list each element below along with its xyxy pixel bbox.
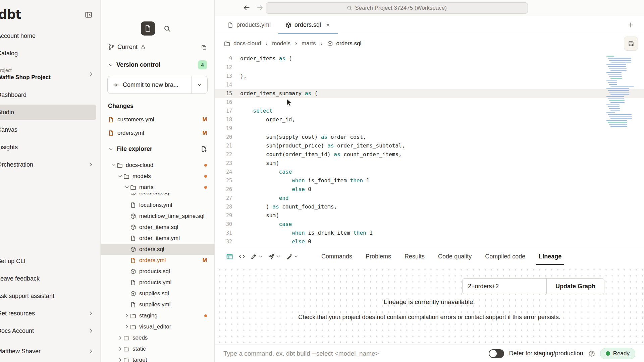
sidebar-item-get-resources[interactable]: Get resources xyxy=(0,306,96,321)
breadcrumb-segment-orders-sql[interactable]: orders.sql xyxy=(336,40,362,47)
tree-item-metricflow-time-spine-sql[interactable]: metricflow_time_spine.sql xyxy=(101,210,214,222)
bottom-tab-results[interactable]: Results xyxy=(398,248,431,265)
code-line-15[interactable]: 15order_items_summary as ( xyxy=(215,89,644,98)
tree-item-orders-yml[interactable]: orders.ymlM xyxy=(101,255,214,266)
command-input[interactable]: Type a command, ex. dbt build --select <… xyxy=(223,350,484,357)
code-line-19[interactable]: 19 xyxy=(215,124,644,133)
tree-item-supplies-yml[interactable]: supplies.yml xyxy=(101,299,214,310)
sidebar-item-insights[interactable]: Insights xyxy=(0,139,96,155)
chevron-down-icon[interactable] xyxy=(117,174,123,179)
tree-item-static[interactable]: static xyxy=(101,343,214,354)
changed-file-customers-yml[interactable]: customers.ymlM xyxy=(101,113,214,126)
sidebar-item-leave-feedback[interactable]: Leave feedback xyxy=(0,271,96,286)
tree-item-locations-sql[interactable]: locations.sql xyxy=(101,193,214,199)
project-search-input[interactable]: Search Project 372475 (Workspace) xyxy=(266,2,528,14)
copy-branch-icon[interactable] xyxy=(201,44,207,50)
results-table-button[interactable] xyxy=(223,251,236,262)
sidebar-item-canvas[interactable]: Canvas xyxy=(0,122,96,137)
chevron-right-icon[interactable] xyxy=(117,357,123,362)
tree-item-order-items-yml[interactable]: order_items.yml xyxy=(101,233,214,244)
bottom-tab-compiled-code[interactable]: Compiled code xyxy=(478,248,532,265)
chevron-down-icon[interactable] xyxy=(123,185,130,190)
commit-button[interactable]: Commit to new bra... xyxy=(107,76,192,94)
help-question-icon[interactable] xyxy=(588,350,595,357)
wand-tool-dropdown[interactable] xyxy=(283,251,301,262)
collapse-sidebar-icon[interactable] xyxy=(85,11,92,18)
sidebar-item-studio[interactable]: Studio xyxy=(0,105,96,120)
search-files-button[interactable] xyxy=(160,21,174,36)
tree-item-marts[interactable]: marts xyxy=(101,182,214,193)
bottom-tab-problems[interactable]: Problems xyxy=(359,248,398,265)
tree-item-target[interactable]: target xyxy=(101,354,214,362)
lineage-selector-input[interactable]: 2+orders+2 xyxy=(462,278,547,294)
sidebar-item-dashboard[interactable]: Dashboard xyxy=(0,87,96,103)
sidebar-item-set-up-cli[interactable]: Set up CLI xyxy=(0,253,96,269)
breadcrumb-segment-marts[interactable]: marts xyxy=(302,40,316,47)
code-line-30[interactable]: 30 case xyxy=(215,220,644,229)
sidebar-item-account-home[interactable]: Account home xyxy=(0,28,96,44)
code-line-9[interactable]: 9order_items as ( xyxy=(215,54,644,63)
code-line-32[interactable]: 32 else 0 xyxy=(215,237,644,246)
code-line-13[interactable]: 13), xyxy=(215,72,644,80)
new-tab-button[interactable] xyxy=(628,22,634,28)
bottom-tab-commands[interactable]: Commands xyxy=(315,248,359,265)
sidebar-item-catalog[interactable]: Catalog xyxy=(0,46,96,61)
code-line-14[interactable]: 14 xyxy=(215,80,644,89)
chevron-right-icon[interactable] xyxy=(123,313,130,318)
code-line-16[interactable]: 16 xyxy=(215,98,644,107)
tree-item-products-yml[interactable]: products.yml xyxy=(101,277,214,288)
code-line-12[interactable]: 12 xyxy=(215,63,644,72)
editor-minimap[interactable] xyxy=(606,56,636,133)
code-line-23[interactable]: 23 sum( xyxy=(215,159,644,168)
code-line-28[interactable]: 28 ) as count_food_items, xyxy=(215,202,644,211)
tab-orders-sql[interactable]: orders.sql xyxy=(278,16,338,34)
tree-item-models[interactable]: models xyxy=(101,171,214,182)
chevron-right-icon[interactable] xyxy=(123,324,130,329)
send-tool-dropdown[interactable] xyxy=(266,251,283,262)
defer-toggle[interactable] xyxy=(489,349,504,358)
tree-item-orders-sql[interactable]: orders.sql xyxy=(101,244,214,255)
new-file-icon[interactable] xyxy=(201,146,207,152)
breadcrumb-segment-models[interactable]: models xyxy=(272,40,290,47)
sidebar-item-ask-support-assistant[interactable]: Ask support assistant xyxy=(0,288,96,304)
tree-item-products-sql[interactable]: products.sql xyxy=(101,266,214,277)
tree-item-locations-yml[interactable]: locations.yml xyxy=(101,199,214,210)
bottom-tab-code-quality[interactable]: Code quality xyxy=(431,248,478,265)
code-line-31[interactable]: 31 when is_drink_item then 1 xyxy=(215,229,644,237)
save-file-button[interactable] xyxy=(624,37,638,51)
code-line-22[interactable]: 22 count(order_item_id) as count_order_i… xyxy=(215,150,644,159)
code-line-20[interactable]: 20 sum(supply_cost) as order_cost, xyxy=(215,133,644,141)
tree-item-docs-cloud[interactable]: docs-cloud xyxy=(101,160,214,171)
sidebar-item-project[interactable]: ProjectWaffle Shop Project xyxy=(0,63,96,85)
code-line-26[interactable]: 26 else 0 xyxy=(215,185,644,194)
bottom-tab-lineage[interactable]: Lineage xyxy=(532,248,568,265)
forward-arrow-icon[interactable] xyxy=(256,4,264,11)
tree-item-staging[interactable]: staging xyxy=(101,310,214,321)
tab-products-yml[interactable]: products.yml xyxy=(220,16,278,34)
status-ready-badge[interactable]: Ready xyxy=(600,348,635,359)
pen-tool-dropdown[interactable] xyxy=(248,251,266,262)
files-view-button[interactable] xyxy=(141,21,155,36)
sidebar-item-orchestration[interactable]: Orchestration xyxy=(0,157,96,172)
code-line-24[interactable]: 24 case xyxy=(215,168,644,176)
version-control-section-header[interactable]: Version control 4 xyxy=(101,55,214,75)
update-graph-button[interactable]: Update Graph xyxy=(546,278,604,294)
code-line-18[interactable]: 18 order_id, xyxy=(215,115,644,124)
breadcrumb-segment-docs-cloud[interactable]: docs-cloud xyxy=(233,40,261,47)
chevron-right-icon[interactable] xyxy=(117,346,123,351)
sidebar-item-docs-account[interactable]: Docs Account xyxy=(0,323,96,339)
tree-item-visual-editor[interactable]: visual_editor xyxy=(101,321,214,332)
chevron-down-icon[interactable] xyxy=(110,163,117,168)
tree-item-seeds[interactable]: seeds xyxy=(101,332,214,343)
sidebar-item-matthew-shaver[interactable]: Matthew Shaver xyxy=(0,344,96,359)
code-editor[interactable]: 9order_items as (1213),1415order_items_s… xyxy=(215,53,644,248)
file-explorer-section-header[interactable]: File explorer xyxy=(101,140,214,158)
branch-selector[interactable]: Current xyxy=(101,40,214,55)
code-view-button[interactable] xyxy=(236,251,248,262)
tree-item-order-items-sql[interactable]: order_items.sql xyxy=(101,222,214,233)
changed-file-orders-yml[interactable]: orders.ymlM xyxy=(101,126,214,140)
code-line-25[interactable]: 25 when is_food_item then 1 xyxy=(215,176,644,185)
chevron-right-icon[interactable] xyxy=(117,335,123,340)
commit-dropdown-button[interactable] xyxy=(192,76,208,94)
back-arrow-icon[interactable] xyxy=(243,4,250,11)
